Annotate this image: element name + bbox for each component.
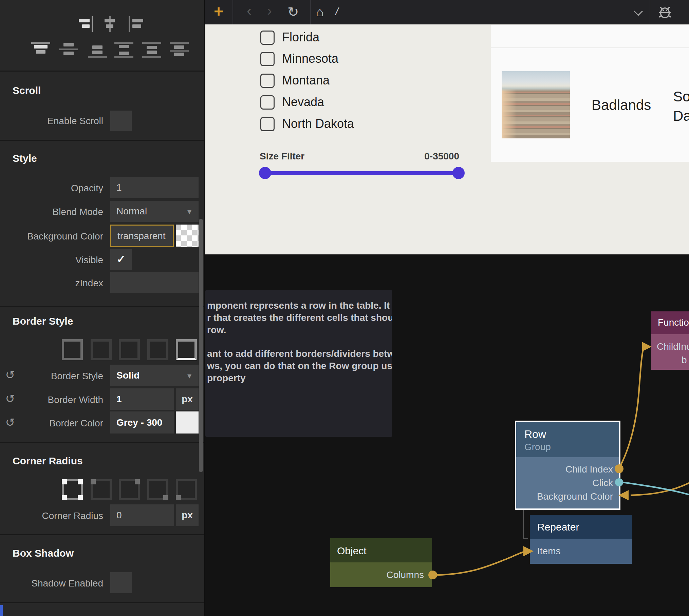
node-repeater[interactable]: Repeater Items — [530, 515, 632, 564]
align-left-icon[interactable] — [129, 16, 148, 32]
state-checkbox[interactable] — [260, 52, 275, 66]
border-style-select[interactable]: Solid — [110, 365, 199, 386]
border-all-sides-button[interactable] — [62, 339, 83, 360]
port-child-index[interactable]: ChildIndex — [657, 341, 689, 352]
toolbar-separator — [650, 0, 650, 24]
state-label: Nevada — [282, 95, 324, 109]
state-label: Minnesota — [282, 52, 338, 66]
debug-bug-icon[interactable] — [657, 4, 673, 20]
corner-bottom-left-button[interactable] — [176, 479, 197, 500]
back-icon[interactable]: ‹ — [247, 3, 252, 19]
border-style-section-title: Border Style — [13, 315, 73, 327]
state-label: Montana — [282, 73, 330, 88]
node-title: Object — [337, 545, 367, 557]
blend-mode-select[interactable]: Normal — [110, 201, 199, 222]
border-width-unit: px — [176, 388, 199, 410]
opacity-label: Opacity — [0, 182, 103, 194]
state-checkbox[interactable] — [260, 31, 275, 45]
url-path[interactable]: / — [335, 5, 338, 18]
table-card: Badlands Sou Dak — [491, 25, 689, 162]
state-checkbox[interactable] — [260, 74, 275, 88]
node-title: Repeater — [537, 521, 579, 533]
tooltip-line: ws, you can do that on the Row group usi… — [207, 360, 392, 372]
border-bottom-side-button[interactable] — [176, 339, 197, 360]
align-right-icon[interactable] — [74, 16, 93, 32]
border-color-label: Border Color — [0, 418, 103, 429]
space-evenly-icon[interactable] — [170, 42, 189, 58]
node-row-group[interactable]: Row Group Child Index Click Background C… — [515, 421, 620, 510]
corner-radius-label: Corner Radius — [0, 510, 103, 522]
border-top-side-button[interactable] — [91, 339, 112, 360]
state-checkbox[interactable] — [260, 95, 275, 110]
badlands-photo — [502, 71, 570, 138]
background-color-swatch[interactable] — [176, 225, 199, 247]
background-color-input[interactable]: transparent — [110, 225, 174, 247]
center-vertical-icon[interactable] — [59, 42, 78, 58]
slider-handle-max[interactable] — [452, 167, 465, 179]
toolbar-separator — [310, 0, 311, 24]
state-label: Florida — [282, 30, 319, 44]
chevron-down-icon[interactable] — [634, 7, 643, 16]
app-preview: Florida Minnesota Montana Nevada North D… — [205, 24, 689, 254]
corner-all-button[interactable] — [62, 479, 83, 500]
table-header-divider — [491, 47, 689, 48]
border-style-label: Border Style — [0, 370, 103, 382]
corner-radius-input[interactable]: 0 — [110, 504, 174, 526]
port-child-index[interactable]: Child Index — [565, 464, 613, 475]
port-items[interactable]: Items — [537, 546, 560, 557]
toolbar-separator — [232, 0, 233, 24]
chevron-down-icon: ▾ — [187, 207, 191, 216]
section-divider — [0, 602, 204, 603]
preview-toolbar: + ‹ › ↻ ⌂ / — [205, 0, 689, 24]
shadow-enabled-checkbox[interactable] — [110, 572, 132, 593]
slider-handle-min[interactable] — [259, 167, 271, 179]
align-top-icon[interactable] — [31, 42, 50, 58]
range-slider-track[interactable] — [266, 171, 459, 175]
park-state-line: Dak — [673, 106, 689, 126]
node-function[interactable]: Function ChildIndex b — [651, 311, 689, 370]
align-bottom-icon[interactable] — [88, 42, 107, 58]
enable-scroll-checkbox[interactable] — [110, 111, 132, 131]
background-color-label: Background Color — [0, 231, 103, 242]
wire-click-out — [623, 482, 689, 495]
hierarchy-connector — [523, 510, 528, 539]
wire-columns-items — [437, 552, 525, 575]
port-fragment[interactable]: b — [682, 355, 687, 366]
border-left-side-button[interactable] — [147, 339, 168, 360]
border-right-side-button[interactable] — [119, 339, 140, 360]
visible-checkbox[interactable]: ✓ — [110, 249, 132, 270]
border-width-input[interactable]: 1 — [110, 388, 174, 410]
node-object[interactable]: Object Columns — [330, 538, 432, 587]
center-horizontal-icon[interactable] — [100, 16, 119, 32]
state-checkbox[interactable] — [260, 117, 275, 131]
zindex-input[interactable] — [110, 272, 199, 293]
border-color-swatch[interactable] — [176, 411, 199, 434]
add-tab-button[interactable]: + — [214, 2, 223, 21]
reload-icon[interactable]: ↻ — [287, 4, 299, 20]
node-help-tooltip: mponent represents a row in the table. I… — [205, 290, 392, 437]
chevron-down-icon: ▾ — [187, 371, 191, 381]
tooltip-line: ant to add different borders/dividers be… — [207, 348, 392, 360]
state-label: North Dakota — [282, 117, 354, 131]
forward-icon[interactable]: › — [267, 3, 272, 19]
app-window: Scroll Enable Scroll Style Opacity 1 Ble… — [0, 0, 689, 616]
tooltip-line: property — [207, 372, 392, 384]
port-background-color[interactable]: Background Color — [537, 491, 613, 502]
space-between-icon[interactable] — [114, 42, 133, 58]
park-name-cell: Badlands — [592, 97, 651, 113]
corner-top-right-button[interactable] — [119, 479, 140, 500]
zindex-label: zIndex — [0, 277, 103, 289]
opacity-input[interactable]: 1 — [110, 177, 199, 198]
wire-arrow-icon — [642, 342, 652, 351]
space-around-icon[interactable] — [142, 42, 161, 58]
port-click[interactable]: Click — [592, 478, 613, 488]
home-icon[interactable]: ⌂ — [316, 5, 324, 19]
tooltip-line: mponent represents a row in the table. I… — [207, 300, 392, 311]
border-color-input[interactable]: Grey - 300 — [110, 411, 174, 434]
corner-top-left-button[interactable] — [91, 479, 112, 500]
corner-bottom-right-button[interactable] — [147, 479, 168, 500]
port-columns[interactable]: Columns — [387, 570, 424, 580]
node-title: Function — [658, 317, 689, 328]
wire-into-background-color — [631, 483, 689, 495]
panel-scrollbar[interactable] — [199, 219, 203, 472]
